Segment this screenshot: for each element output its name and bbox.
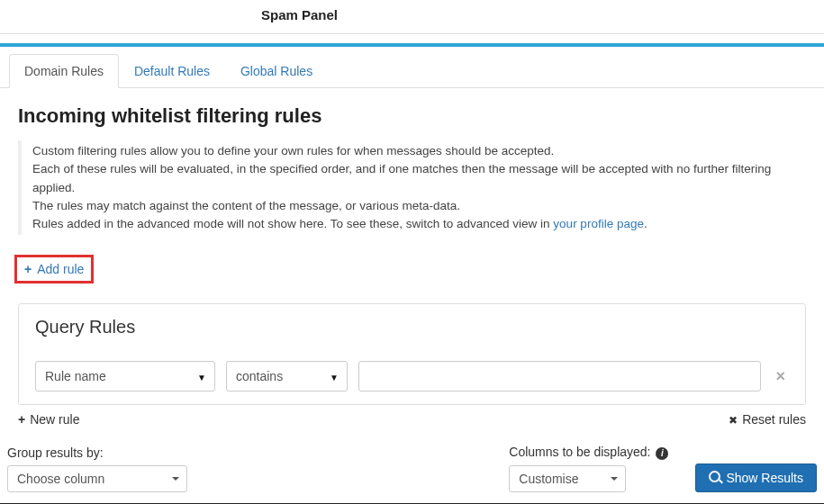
plus-icon [24, 262, 32, 276]
operator-select[interactable]: contains [226, 361, 348, 392]
bottom-controls-row: Group results by: Choose column Columns … [0, 436, 824, 499]
reset-rules-label: Reset rules [742, 412, 806, 427]
columns-label-text: Columns to be displayed: [509, 445, 650, 459]
query-panel-footer: New rule Reset rules [0, 405, 824, 436]
new-rule-label: New rule [30, 412, 79, 427]
columns-section: Columns to be displayed: i Customise [509, 445, 668, 491]
add-rule-link[interactable]: Add rule [24, 262, 84, 276]
content-area: Incoming whitelist filtering rules Custo… [0, 88, 824, 405]
group-results-value: Choose column [17, 472, 104, 486]
reset-rules-link[interactable]: Reset rules [729, 412, 806, 427]
profile-page-link[interactable]: your profile page [553, 217, 644, 230]
add-rule-label: Add rule [37, 262, 84, 276]
operator-select-wrap: contains [226, 361, 348, 392]
add-rule-highlight: Add rule [14, 255, 94, 284]
description-line-3: The rules may match against the content … [32, 197, 806, 215]
chevron-down-icon [611, 477, 618, 481]
field-select-wrap: Rule name [35, 361, 215, 392]
info-icon[interactable]: i [656, 447, 668, 460]
query-row: Rule name contains × [35, 361, 789, 392]
columns-select[interactable]: Customise [509, 465, 626, 492]
description-line-2: Each of these rules will be evaluated, i… [32, 160, 806, 197]
tab-domain-rules[interactable]: Domain Rules [9, 54, 119, 88]
close-icon [729, 412, 738, 427]
tab-default-rules[interactable]: Default Rules [119, 54, 225, 88]
description-line-4: Rules added in the advanced mode will no… [32, 215, 806, 233]
page-title: Spam Panel [261, 0, 824, 33]
group-results-select[interactable]: Choose column [7, 465, 187, 492]
section-heading: Incoming whitelist filtering rules [18, 104, 806, 128]
description-block: Custom filtering rules allow you to defi… [18, 140, 806, 235]
tab-global-rules[interactable]: Global Rules [225, 54, 328, 88]
group-results-label: Group results by: [7, 446, 187, 460]
tabs-bar: Domain Rules Default Rules Global Rules [0, 47, 824, 88]
search-icon [709, 471, 720, 485]
query-rules-panel: Query Rules Rule name contains × [18, 303, 806, 405]
bottom-right-group: Columns to be displayed: i Customise Sho… [509, 445, 817, 491]
header-divider [0, 33, 824, 34]
description-line-4-text: Rules added in the advanced mode will no… [32, 217, 553, 230]
columns-label: Columns to be displayed: i [509, 445, 668, 459]
columns-select-value: Customise [519, 472, 578, 486]
group-results-section: Group results by: Choose column [7, 446, 187, 492]
plus-icon [18, 412, 25, 427]
query-rules-title: Query Rules [35, 317, 789, 338]
show-results-label: Show Results [726, 471, 803, 485]
remove-rule-icon[interactable]: × [772, 367, 789, 386]
new-rule-link[interactable]: New rule [18, 412, 79, 427]
description-line-1: Custom filtering rules allow you to defi… [32, 142, 806, 160]
chevron-down-icon [172, 477, 179, 481]
field-select[interactable]: Rule name [35, 361, 215, 392]
query-value-input[interactable] [358, 361, 761, 392]
show-results-button[interactable]: Show Results [695, 464, 817, 492]
